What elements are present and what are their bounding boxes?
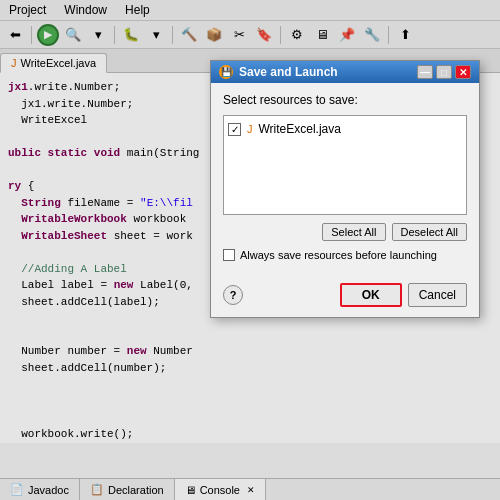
dialog-title-text: Save and Launch — [239, 65, 338, 79]
select-deselect-row: Select All Deselect All — [223, 223, 467, 241]
java-file-icon: J — [247, 123, 253, 135]
file-name-label: WriteExcel.java — [259, 122, 341, 136]
dialog-minimize-btn[interactable]: — — [417, 65, 433, 79]
file-checkbox[interactable]: ✓ — [228, 123, 241, 136]
deselect-all-button[interactable]: Deselect All — [392, 223, 467, 241]
file-list-item: ✓ J WriteExcel.java — [228, 120, 462, 138]
dialog-footer: ? OK Cancel — [211, 283, 479, 317]
save-and-launch-dialog: 💾 Save and Launch — □ ✕ Select resources… — [210, 60, 480, 318]
save-icon: 💾 — [221, 67, 232, 77]
file-list[interactable]: ✓ J WriteExcel.java — [223, 115, 467, 215]
help-button[interactable]: ? — [223, 285, 243, 305]
dialog-title-left: 💾 Save and Launch — [219, 65, 338, 79]
dialog-maximize-btn[interactable]: □ — [436, 65, 452, 79]
always-save-checkbox[interactable] — [223, 249, 235, 261]
select-all-button[interactable]: Select All — [322, 223, 385, 241]
dialog-title-icon: 💾 — [219, 65, 233, 79]
dialog-close-btn[interactable]: ✕ — [455, 65, 471, 79]
footer-buttons: OK Cancel — [340, 283, 467, 307]
dialog-body: Select resources to save: ✓ J WriteExcel… — [211, 83, 479, 283]
dialog-titlebar: 💾 Save and Launch — □ ✕ — [211, 61, 479, 83]
always-save-row: Always save resources before launching — [223, 249, 467, 261]
cancel-button[interactable]: Cancel — [408, 283, 467, 307]
dialog-controls: — □ ✕ — [417, 65, 471, 79]
always-save-label: Always save resources before launching — [240, 249, 437, 261]
ok-button[interactable]: OK — [340, 283, 402, 307]
dialog-subtitle: Select resources to save: — [223, 93, 467, 107]
